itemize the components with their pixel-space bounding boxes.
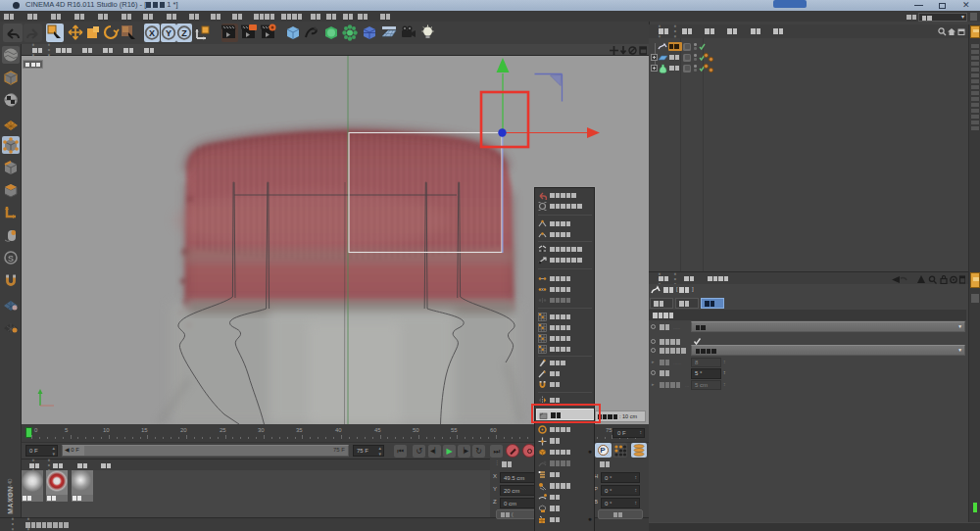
svg-text:Z: Z: [181, 27, 187, 37]
svg-text:S: S: [8, 254, 14, 264]
svg-text:P: P: [600, 446, 606, 454]
svg-text:X: X: [149, 27, 155, 37]
svg-text:Y: Y: [166, 27, 172, 37]
